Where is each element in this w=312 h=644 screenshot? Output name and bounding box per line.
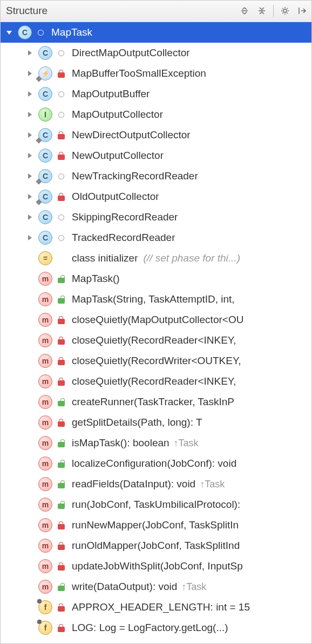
node-label: runOldMapper(JobConf, TaskSplitInd [69, 540, 240, 552]
expand-arrow-icon[interactable] [4, 29, 15, 36]
tree-node[interactable]: mcloseQuietly(RecordReader<INKEY, [1, 330, 311, 351]
class-icon: C [17, 24, 33, 41]
expand-arrow-icon[interactable] [24, 111, 35, 118]
tree-node[interactable]: mcloseQuietly(RecordWriter<OUTKEY, [1, 351, 311, 371]
expand-arrow-icon[interactable] [24, 91, 35, 97]
tree-node[interactable]: MapBufferTooSmallException [1, 63, 311, 84]
node-label: MapOutputBuffer [69, 88, 150, 100]
field-icon: f [37, 620, 53, 636]
node-label: NewOutputCollector [69, 150, 164, 162]
private-lock-icon [56, 316, 66, 324]
private-lock-icon [56, 603, 66, 612]
class-icon: C [37, 230, 53, 246]
method-icon: m [37, 394, 53, 410]
tree-node[interactable]: mwrite(DataOutput): void↑Task [1, 576, 311, 597]
expand-arrow-icon[interactable] [24, 193, 35, 200]
tree-node[interactable]: misMapTask(): boolean↑Task [1, 433, 311, 453]
method-icon: m [37, 497, 53, 513]
node-label: runNewMapper(JobConf, TaskSplitIn [69, 519, 239, 531]
private-lock-icon [56, 378, 66, 386]
tree-node[interactable]: mcloseQuietly(MapOutputCollector<OU [1, 310, 311, 330]
panel-toolbar [239, 5, 308, 17]
private-lock-icon [56, 193, 66, 201]
exception-icon [37, 65, 53, 82]
tree-node[interactable]: CNewDirectOutputCollector [1, 125, 311, 145]
tree-node-root[interactable]: C MapTask [1, 22, 311, 43]
package-visibility-icon [56, 235, 66, 241]
public-unlock-icon [56, 460, 66, 468]
tree-node[interactable]: CNewOutputCollector [1, 145, 311, 166]
tree-node[interactable]: mrunOldMapper(JobConf, TaskSplitInd [1, 535, 311, 556]
private-lock-icon [56, 131, 66, 139]
tree-node[interactable]: mrun(JobConf, TaskUmbilicalProtocol): [1, 494, 311, 515]
tree-node[interactable]: =class initializer(// set phase for thi.… [1, 248, 311, 269]
collapse-all-icon[interactable] [256, 5, 268, 17]
hide-icon[interactable] [296, 5, 308, 17]
package-visibility-icon [56, 50, 66, 56]
tree-node[interactable]: mupdateJobWithSplit(JobConf, InputSp [1, 556, 311, 576]
field-icon: f [37, 599, 53, 615]
tree-node[interactable]: CNewTrackingRecordReader [1, 166, 311, 186]
tree-node[interactable]: mcloseQuietly(RecordReader<INKEY, [1, 371, 311, 392]
structure-tree[interactable]: C MapTask CDirectMapOutputCollectorMapBu… [1, 22, 311, 643]
node-label: updateJobWithSplit(JobConf, InputSp [69, 560, 243, 572]
public-unlock-icon [56, 583, 66, 591]
expand-arrow-icon[interactable] [24, 234, 35, 241]
expand-arrow-icon[interactable] [24, 152, 35, 159]
tree-node[interactable]: COldOutputCollector [1, 186, 311, 207]
tree-node[interactable]: CMapOutputBuffer [1, 84, 311, 104]
node-label: readFields(DataInput): void [69, 478, 195, 490]
toolbar-separator [273, 5, 274, 17]
tree-node[interactable]: CTrackedRecordReader [1, 227, 311, 248]
panel-title: Structure [6, 5, 48, 17]
tree-node[interactable]: fLOG: Log = LogFactory.getLog(...) [1, 618, 311, 638]
structure-panel: Structure C Map [0, 0, 312, 644]
private-lock-icon [56, 337, 66, 345]
expand-arrow-icon[interactable] [24, 173, 35, 179]
method-icon: m [37, 435, 53, 451]
tree-node[interactable]: mMapTask() [1, 269, 311, 289]
public-unlock-icon [56, 296, 66, 304]
package-visibility-icon [56, 91, 66, 97]
inherited-marker: ↑Task [179, 581, 206, 593]
node-label: APPROX_HEADER_LENGTH: int = 15 [69, 601, 250, 613]
gear-icon[interactable] [279, 5, 291, 17]
tree-node[interactable]: mrunNewMapper(JobConf, TaskSplitIn [1, 515, 311, 535]
node-label: SkippingRecordReader [69, 211, 178, 223]
private-lock-icon [56, 357, 66, 365]
tree-node[interactable]: fAPPROX_HEADER_LENGTH: int = 15 [1, 597, 311, 618]
node-label: closeQuietly(MapOutputCollector<OU [69, 314, 243, 326]
expand-arrow-icon[interactable] [24, 132, 35, 138]
node-label: createRunner(TaskTracker, TaskInP [69, 396, 234, 408]
tree-node[interactable]: CDirectMapOutputCollector [1, 43, 311, 63]
method-icon: m [37, 373, 53, 390]
method-icon: m [37, 538, 53, 554]
tree-node[interactable]: mlocalizeConfiguration(JobConf): void [1, 453, 311, 474]
node-label: closeQuietly(RecordReader<INKEY, [69, 334, 236, 346]
tree-node[interactable]: mcreateRunner(TaskTracker, TaskInP [1, 392, 311, 412]
public-unlock-icon [56, 501, 66, 509]
node-label: localizeConfiguration(JobConf): void [69, 458, 236, 469]
class-icon: C [37, 168, 53, 184]
inherited-marker: ↑Task [198, 479, 225, 490]
expand-arrow-icon[interactable] [24, 214, 35, 220]
tree-node[interactable]: mMapTask(String, TaskAttemptID, int, [1, 289, 311, 310]
class-icon: C [37, 45, 53, 61]
public-unlock-icon [56, 480, 66, 488]
method-icon: m [37, 271, 53, 287]
public-unlock-icon [56, 398, 66, 406]
tree-node[interactable]: CSkippingRecordReader [1, 207, 311, 227]
tree-node[interactable]: IMapOutputCollector [1, 104, 311, 125]
expand-arrow-icon[interactable] [24, 50, 35, 56]
expand-all-icon[interactable] [239, 5, 250, 17]
package-visibility-icon [56, 173, 66, 179]
method-icon: m [37, 455, 53, 472]
tree-node[interactable]: mgetSplitDetails(Path, long): T [1, 412, 311, 433]
expand-arrow-icon[interactable] [24, 70, 35, 77]
tree-node[interactable]: mreadFields(DataInput): void↑Task [1, 474, 311, 494]
panel-header: Structure [1, 1, 311, 22]
node-label: MapTask(String, TaskAttemptID, int, [69, 293, 235, 305]
package-visibility-icon [56, 112, 66, 118]
node-label: NewDirectOutputCollector [69, 129, 191, 141]
inherited-marker: ↑Task [172, 438, 199, 449]
